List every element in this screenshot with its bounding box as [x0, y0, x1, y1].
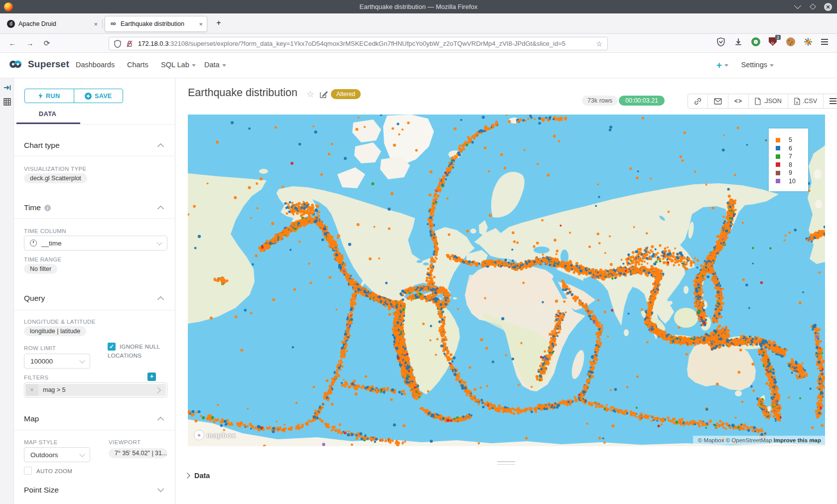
legend-swatch — [776, 171, 780, 175]
edit-title-icon[interactable] — [320, 90, 328, 98]
filter-chip[interactable]: × mag > 5 — [25, 384, 166, 396]
downloads-icon[interactable] — [734, 37, 743, 46]
cookie-extension-icon[interactable] — [786, 37, 795, 46]
chart-area: Earthquake distribution ☆ Altered 73k ro… — [175, 78, 837, 504]
tab-apache-druid[interactable]: d Apache Druid × — [3, 16, 102, 32]
export-csv-button[interactable]: .CSV — [788, 94, 823, 108]
filters-label: FILTERS — [24, 375, 48, 380]
ignore-null-checkbox[interactable]: ✓ — [108, 343, 116, 351]
nav-dashboards[interactable]: Dashboards — [76, 61, 115, 69]
expand-datasource-icon[interactable] — [3, 84, 11, 91]
embed-code-button[interactable]: <> — [728, 94, 748, 108]
legend-swatch — [776, 138, 780, 142]
data-section-toggle[interactable]: Data — [185, 472, 210, 480]
map-legend: 5678910 — [769, 128, 808, 191]
caret-down-icon — [724, 64, 728, 67]
copy-link-button[interactable] — [688, 94, 707, 108]
section-query[interactable]: Query — [24, 294, 45, 303]
nav-data[interactable]: Data — [204, 61, 226, 69]
legend-item[interactable]: 9 — [776, 169, 808, 177]
row-count-badge: 73k rows — [582, 96, 618, 106]
viewport-value[interactable]: 7° 35' 54.02" | 31... — [109, 448, 167, 458]
superset-logo[interactable]: Superset — [6, 58, 69, 71]
add-filter-button[interactable]: + — [147, 373, 156, 381]
export-toolbar: <> .JSON .CSV — [688, 94, 837, 109]
collapse-strip — [0, 78, 14, 504]
viewport-label: VIEWPORT — [109, 439, 140, 445]
deckgl-scatterplot-map[interactable]: 5678910 ✶ mapbox © Mapbox © OpenStreetMa… — [188, 115, 825, 446]
tab-earthquake-distribution[interactable]: ∞ Earthquake distribution × — [105, 16, 207, 32]
plus-circle-icon — [85, 93, 92, 100]
legend-item[interactable]: 10 — [776, 177, 808, 186]
nav-sql-lab[interactable]: SQL Lab — [161, 61, 196, 69]
close-button[interactable]: ✕ — [824, 3, 832, 11]
url-bar[interactable]: 172.18.0.3:32108/superset/explore/?form_… — [109, 37, 608, 50]
email-button[interactable] — [707, 94, 728, 108]
tab-close-icon[interactable]: × — [94, 20, 98, 28]
chevron-right-icon — [184, 473, 190, 478]
chevron-up-icon[interactable] — [157, 296, 164, 303]
legend-item[interactable]: 7 — [776, 152, 808, 161]
improve-map-link[interactable]: Improve this map — [774, 437, 821, 443]
save-button[interactable]: SAVE — [74, 89, 123, 103]
map-style-select[interactable]: Outdoors — [24, 447, 90, 462]
auto-zoom-checkbox[interactable] — [24, 467, 32, 475]
new-tab-button[interactable]: + — [213, 18, 224, 27]
tab-close-icon[interactable]: × — [199, 20, 203, 28]
run-button[interactable]: RUN — [25, 89, 74, 103]
mapbox-logo[interactable]: ✶ mapbox — [194, 430, 236, 440]
caret-down-icon — [770, 64, 774, 67]
legend-label: 8 — [789, 161, 792, 168]
panel-resize-handle[interactable] — [497, 461, 515, 467]
chart-menu-button[interactable] — [823, 94, 837, 108]
menu-hamburger-icon[interactable] — [821, 37, 830, 46]
section-point-size[interactable]: Point Size — [24, 486, 59, 495]
row-limit-select[interactable]: 100000 — [24, 354, 90, 369]
multicolor-extension-icon[interactable] — [804, 37, 813, 46]
export-json-button[interactable]: .JSON — [748, 94, 788, 108]
viz-type-value[interactable]: deck.gl Scatterplot — [24, 173, 87, 183]
remove-filter-icon[interactable]: × — [25, 384, 38, 396]
chevron-up-icon[interactable] — [157, 417, 164, 423]
chart-title: Earthquake distribution — [188, 87, 297, 99]
minimize-button[interactable] — [794, 3, 801, 10]
dataset-grid-icon[interactable] — [3, 98, 11, 106]
url-text[interactable]: 172.18.0.3:32108/superset/explore/?form_… — [138, 40, 591, 47]
time-column-select[interactable]: __time — [24, 236, 167, 251]
reload-button[interactable]: ⟳ — [41, 38, 52, 49]
time-range-value[interactable]: No filter — [24, 264, 57, 274]
forward-button[interactable]: → — [24, 38, 35, 49]
tab-separator — [102, 19, 103, 28]
legend-item[interactable]: 5 — [776, 136, 808, 144]
bookmark-star-icon[interactable]: ☆ — [596, 40, 602, 48]
ublock-icon[interactable]: u2 — [769, 37, 778, 46]
insecure-lock-icon[interactable] — [126, 40, 133, 48]
info-icon: i — [44, 205, 51, 211]
tab-strip: d Apache Druid × ∞ Earthquake distributi… — [0, 13, 837, 34]
maximize-button[interactable] — [809, 3, 816, 10]
chevron-down-icon[interactable] — [157, 486, 164, 492]
pocket-shield-icon[interactable] — [716, 37, 725, 46]
chevron-up-icon[interactable] — [157, 143, 164, 150]
caret-down-icon — [222, 64, 226, 67]
section-map[interactable]: Map — [24, 414, 39, 423]
add-new-button[interactable]: + — [716, 60, 728, 71]
section-chart-type[interactable]: Chart type — [24, 141, 60, 150]
extension-green-icon[interactable] — [751, 37, 760, 46]
viz-type-label: VISUALIZATION TYPE — [24, 166, 87, 172]
section-time[interactable]: Timei — [24, 203, 51, 212]
altered-badge[interactable]: Altered — [331, 89, 361, 99]
chevron-up-icon[interactable] — [157, 206, 164, 212]
back-button[interactable]: ← — [7, 38, 18, 49]
legend-item[interactable]: 8 — [776, 161, 808, 169]
time-range-label: TIME RANGE — [24, 256, 62, 262]
nav-charts[interactable]: Charts — [127, 61, 148, 69]
legend-item[interactable]: 6 — [776, 144, 808, 153]
lonlat-value[interactable]: longitude | latitude — [24, 326, 86, 336]
settings-menu[interactable]: Settings — [741, 61, 774, 69]
attribution-mapbox[interactable]: © Mapbox — [698, 437, 726, 443]
tracking-shield-icon[interactable] — [114, 40, 121, 48]
attribution-osm[interactable]: © OpenStreetMap — [726, 437, 774, 443]
favorite-star-icon[interactable]: ☆ — [306, 89, 314, 100]
tab-data[interactable]: DATA — [34, 110, 61, 118]
